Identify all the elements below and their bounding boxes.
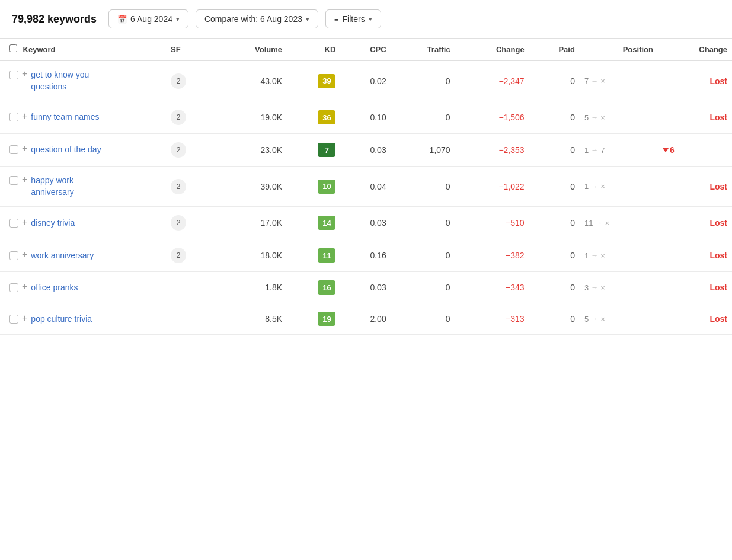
filters-button[interactable]: ≡ Filters ▾	[325, 9, 381, 28]
compare-button[interactable]: Compare with: 6 Aug 2023 ▾	[196, 9, 318, 28]
position-arrow-icon: →	[591, 77, 598, 85]
keywords-count: 79,982 keywords	[12, 13, 97, 25]
keyword-link-2[interactable]: question of the day	[31, 144, 101, 156]
row-checkbox-4[interactable]	[9, 219, 18, 228]
position-x: ×	[600, 182, 605, 191]
position-display: 3 → ×	[584, 283, 653, 292]
add-keyword-btn-1[interactable]: +	[22, 111, 27, 121]
add-keyword-btn-0[interactable]: +	[22, 69, 27, 79]
cpc-cell: 2.00	[340, 303, 391, 335]
traffic-cell: 1,070	[391, 134, 455, 167]
row-checkbox-6[interactable]	[9, 283, 18, 292]
change-value: −382	[506, 251, 525, 260]
change-value: −343	[506, 283, 525, 292]
row-checkbox-7[interactable]	[9, 315, 18, 324]
col-header-cpc: CPC	[340, 39, 391, 60]
lost-badge: Lost	[709, 182, 727, 191]
row-checkbox-1[interactable]	[9, 113, 18, 121]
add-keyword-btn-5[interactable]: +	[22, 250, 27, 260]
position-value: 7	[584, 76, 589, 85]
keyword-cell: + funny team names	[0, 101, 166, 134]
position-change-cell: Lost	[658, 60, 732, 101]
cpc-cell: 0.03	[340, 207, 391, 239]
pos-change-value: 6	[670, 145, 675, 155]
position-x: ×	[600, 76, 605, 85]
row-checkbox-0[interactable]	[9, 71, 18, 79]
add-keyword-btn-4[interactable]: +	[22, 217, 27, 227]
col-header-kd: KD	[287, 39, 340, 60]
paid-cell: 0	[529, 207, 580, 239]
kd-badge: 36	[318, 110, 335, 124]
col-header-change2: Change	[658, 39, 732, 60]
chevron-down-icon-compare: ▾	[306, 15, 309, 23]
sf-badge: 2	[171, 142, 186, 158]
paid-cell: 0	[529, 303, 580, 335]
sf-cell: 2	[166, 207, 215, 239]
keyword-link-5[interactable]: work anniversary	[31, 250, 94, 262]
position-display: 5 → ×	[584, 315, 653, 324]
volume-cell: 1.8K	[215, 272, 287, 303]
row-checkbox-2[interactable]	[9, 145, 18, 154]
position-value: 3	[584, 283, 589, 292]
position-display: 1 → 7	[584, 146, 653, 155]
keyword-link-0[interactable]: get to know youquestions	[31, 69, 89, 92]
add-keyword-btn-2[interactable]: +	[22, 144, 27, 153]
add-keyword-btn-7[interactable]: +	[22, 313, 27, 323]
position-value: 1	[584, 182, 589, 191]
keyword-link-4[interactable]: disney trivia	[31, 217, 75, 229]
volume-cell: 39.0K	[215, 167, 287, 207]
sf-badge: 2	[171, 110, 186, 125]
sf-badge: 2	[171, 73, 186, 89]
position-arrow-icon: →	[591, 283, 598, 292]
position-value: 5	[584, 113, 589, 122]
position-cell: 1 → ×	[580, 167, 658, 207]
toolbar: 79,982 keywords 📅 6 Aug 2024 ▾ Compare w…	[0, 0, 732, 39]
kd-cell: 39	[287, 60, 340, 101]
sf-badge: 2	[171, 248, 186, 263]
position-cell: 1 → 7	[580, 134, 658, 167]
keyword-cell: + disney trivia	[0, 207, 166, 239]
traffic-change-cell: −1,506	[455, 101, 529, 134]
position-x: ×	[600, 251, 605, 260]
position-change-cell: Lost	[658, 272, 732, 303]
paid-cell: 0	[529, 167, 580, 207]
position-arrow-icon: →	[591, 251, 598, 260]
position-change-down: 6	[663, 145, 727, 155]
position-x: ×	[600, 113, 605, 122]
position-cell: 5 → ×	[580, 101, 658, 134]
add-keyword-btn-3[interactable]: +	[22, 175, 27, 184]
sf-cell: 2	[166, 134, 215, 167]
position-cell: 11 → ×	[580, 207, 658, 239]
traffic-cell: 0	[391, 60, 455, 101]
traffic-change-cell: −1,022	[455, 167, 529, 207]
date-button[interactable]: 📅 6 Aug 2024 ▾	[108, 9, 188, 28]
keyword-link-7[interactable]: pop culture trivia	[31, 313, 92, 325]
chevron-down-icon: ▾	[176, 15, 180, 23]
traffic-cell: 0	[391, 167, 455, 207]
volume-cell: 23.0K	[215, 134, 287, 167]
position-start: 1	[584, 146, 589, 155]
lost-badge: Lost	[709, 218, 727, 228]
cpc-cell: 0.03	[340, 272, 391, 303]
cpc-cell: 0.10	[340, 101, 391, 134]
traffic-cell: 0	[391, 207, 455, 239]
keyword-cell: + pop culture trivia	[0, 303, 166, 335]
add-keyword-btn-6[interactable]: +	[22, 282, 27, 292]
cpc-cell: 0.04	[340, 167, 391, 207]
sf-cell	[166, 272, 215, 303]
sf-cell: 2	[166, 167, 215, 207]
cpc-cell: 0.02	[340, 60, 391, 101]
paid-cell: 0	[529, 60, 580, 101]
sf-cell: 2	[166, 101, 215, 134]
keyword-link-6[interactable]: office pranks	[31, 282, 78, 294]
kd-badge: 7	[318, 143, 335, 157]
position-arrow-icon: →	[591, 183, 598, 191]
row-checkbox-5[interactable]	[9, 251, 18, 260]
paid-cell: 0	[529, 272, 580, 303]
keyword-link-1[interactable]: funny team names	[31, 111, 99, 123]
kd-cell: 36	[287, 101, 340, 134]
position-value: 5	[584, 315, 589, 324]
row-checkbox-3[interactable]	[9, 176, 18, 185]
keyword-link-3[interactable]: happy workanniversary	[31, 175, 73, 198]
select-all-checkbox[interactable]	[9, 44, 17, 52]
